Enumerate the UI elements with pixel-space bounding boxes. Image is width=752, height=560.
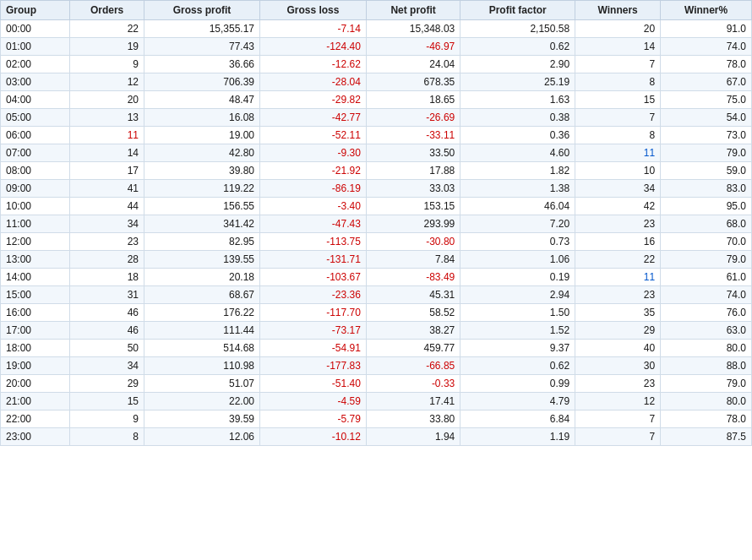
group-cell: 13:00 [1, 251, 70, 269]
profit-factor-cell: 2.90 [460, 56, 575, 73]
winner-pct-cell: 74.0 [661, 286, 752, 304]
profit-factor-cell: 46.04 [460, 198, 575, 215]
orders-cell: 31 [70, 286, 144, 304]
table-row: 10:0044156.55-3.40153.1546.044295.0 [1, 198, 752, 215]
winners-cell: 12 [575, 393, 661, 410]
group-cell: 14:00 [1, 269, 70, 286]
net-profit-cell: -83.49 [366, 269, 460, 286]
profit-factor-cell: 2.94 [460, 286, 575, 304]
gross-loss-cell: -47.43 [260, 215, 367, 233]
table-row: 12:002382.95-113.75-30.800.731670.0 [1, 233, 752, 251]
table-row: 20:002951.07-51.40-0.330.992379.0 [1, 375, 752, 393]
gross-loss-cell: -131.71 [260, 251, 367, 269]
profit-factor-cell: 1.38 [460, 180, 575, 198]
winners-cell: 42 [575, 198, 661, 215]
gross-loss-cell: -21.92 [260, 162, 367, 180]
winner-pct-cell: 61.0 [661, 269, 752, 286]
winners-cell: 16 [575, 233, 661, 251]
orders-cell: 9 [70, 410, 144, 428]
net-profit-cell: 293.99 [366, 215, 460, 233]
group-cell: 17:00 [1, 322, 70, 340]
net-profit-cell: 33.50 [366, 144, 460, 162]
group-cell: 07:00 [1, 144, 70, 162]
table-row: 13:0028139.55-131.717.841.062279.0 [1, 251, 752, 269]
table-row: 11:0034341.42-47.43293.997.202368.0 [1, 215, 752, 233]
column-header-gross-profit: Gross profit [144, 1, 260, 20]
winners-cell: 34 [575, 180, 661, 198]
gross-profit-cell: 16.08 [144, 109, 260, 127]
gross-profit-cell: 51.07 [144, 375, 260, 393]
table-row: 23:00812.06-10.121.941.19787.5 [1, 428, 752, 446]
group-cell: 19:00 [1, 357, 70, 375]
winner-pct-cell: 79.0 [661, 144, 752, 162]
gross-loss-cell: -5.79 [260, 410, 367, 428]
group-cell: 18:00 [1, 340, 70, 357]
gross-profit-cell: 12.06 [144, 428, 260, 446]
profit-factor-cell: 4.60 [460, 144, 575, 162]
winners-cell: 11 [575, 269, 661, 286]
profit-factor-cell: 0.99 [460, 375, 575, 393]
group-cell: 09:00 [1, 180, 70, 198]
winners-cell: 23 [575, 375, 661, 393]
winner-pct-cell: 76.0 [661, 304, 752, 322]
net-profit-cell: 45.31 [366, 286, 460, 304]
group-cell: 04:00 [1, 91, 70, 109]
winners-cell: 7 [575, 109, 661, 127]
winners-cell: 35 [575, 304, 661, 322]
column-header-gross-loss: Gross loss [260, 1, 367, 20]
winners-cell: 23 [575, 286, 661, 304]
gross-loss-cell: -103.67 [260, 269, 367, 286]
net-profit-cell: 38.27 [366, 322, 460, 340]
gross-loss-cell: -7.14 [260, 20, 367, 38]
table-row: 17:0046111.44-73.1738.271.522963.0 [1, 322, 752, 340]
net-profit-cell: -26.69 [366, 109, 460, 127]
gross-loss-cell: -52.11 [260, 127, 367, 144]
table-row: 06:001119.00-52.11-33.110.36873.0 [1, 127, 752, 144]
winners-cell: 8 [575, 127, 661, 144]
gross-loss-cell: -54.91 [260, 340, 367, 357]
gross-profit-cell: 514.68 [144, 340, 260, 357]
winners-cell: 30 [575, 357, 661, 375]
orders-cell: 34 [70, 215, 144, 233]
orders-cell: 12 [70, 73, 144, 91]
net-profit-cell: 24.04 [366, 56, 460, 73]
winner-pct-cell: 79.0 [661, 251, 752, 269]
table-row: 03:0012706.39-28.04678.3525.19867.0 [1, 73, 752, 91]
winners-cell: 40 [575, 340, 661, 357]
table-row: 01:001977.43-124.40-46.970.621474.0 [1, 38, 752, 56]
table-row: 08:001739.80-21.9217.881.821059.0 [1, 162, 752, 180]
column-header-winners: Winners [575, 1, 661, 20]
gross-profit-cell: 42.80 [144, 144, 260, 162]
profit-factor-cell: 6.84 [460, 410, 575, 428]
gross-profit-cell: 15,355.17 [144, 20, 260, 38]
net-profit-cell: -46.97 [366, 38, 460, 56]
net-profit-cell: 17.88 [366, 162, 460, 180]
orders-cell: 14 [70, 144, 144, 162]
orders-cell: 41 [70, 180, 144, 198]
gross-profit-cell: 77.43 [144, 38, 260, 56]
net-profit-cell: 7.84 [366, 251, 460, 269]
net-profit-cell: 153.15 [366, 198, 460, 215]
winners-cell: 29 [575, 322, 661, 340]
net-profit-cell: 1.94 [366, 428, 460, 446]
winner-pct-cell: 83.0 [661, 180, 752, 198]
profit-factor-cell: 2,150.58 [460, 20, 575, 38]
winners-cell: 10 [575, 162, 661, 180]
gross-profit-cell: 111.44 [144, 322, 260, 340]
gross-loss-cell: -117.70 [260, 304, 367, 322]
orders-cell: 44 [70, 198, 144, 215]
table-row: 00:002215,355.17-7.1415,348.032,150.5820… [1, 20, 752, 38]
table-row: 09:0041119.22-86.1933.031.383483.0 [1, 180, 752, 198]
orders-cell: 17 [70, 162, 144, 180]
gross-profit-cell: 22.00 [144, 393, 260, 410]
gross-loss-cell: -73.17 [260, 322, 367, 340]
winners-cell: 15 [575, 91, 661, 109]
orders-cell: 19 [70, 38, 144, 56]
winner-pct-cell: 80.0 [661, 340, 752, 357]
profit-factor-cell: 1.63 [460, 91, 575, 109]
winners-cell: 7 [575, 428, 661, 446]
winner-pct-cell: 68.0 [661, 215, 752, 233]
net-profit-cell: -66.85 [366, 357, 460, 375]
winners-cell: 7 [575, 410, 661, 428]
orders-cell: 28 [70, 251, 144, 269]
